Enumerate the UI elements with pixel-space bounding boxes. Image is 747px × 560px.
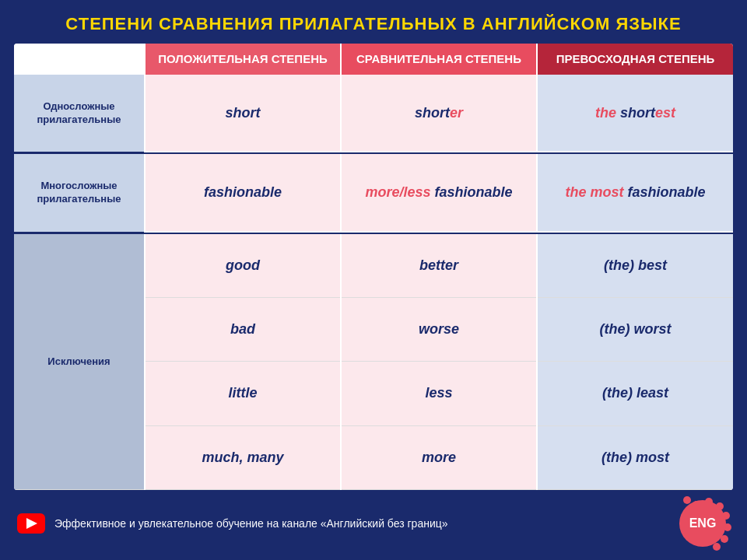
header-comparative: СРАВНИТЕЛЬНАЯ СТЕПЕНЬ — [341, 44, 537, 75]
exc2-comparative: worse — [341, 297, 537, 361]
header-superlative: ПРЕВОСХОДНАЯ СТЕПЕНЬ — [537, 44, 733, 75]
footer-text: Эффективное и увлекательное обучение на … — [54, 517, 448, 530]
exc2-positive: bad — [145, 297, 341, 361]
dot6 — [713, 543, 721, 551]
main-container: СТЕПЕНИ СРАВНЕНИЯ ПРИЛАГАТЕЛЬНЫХ В АНГЛИ… — [0, 0, 747, 560]
exception-row-1: Исключения good better (the) best — [14, 234, 733, 297]
footer: Эффективное и увлекательное обучение на … — [14, 490, 733, 554]
polysyllabic-comparative: more/less fashionable — [341, 154, 537, 231]
exc2-superlative: (the) worst — [537, 297, 733, 361]
monosyllabic-positive: short — [145, 75, 341, 152]
table-wrapper: ПОЛОЖИТЕЛЬНАЯ СТЕПЕНЬ СРАВНИТЕЛЬНАЯ СТЕП… — [14, 44, 733, 490]
monosyllabic-label: Односложныеприлагательные — [14, 75, 145, 152]
polysyllabic-positive: fashionable — [145, 154, 341, 231]
exc3-superlative: (the) least — [537, 362, 733, 425]
exc1-superlative: (the) best — [537, 234, 733, 297]
exc1-positive: good — [145, 234, 341, 297]
exc4-superlative: (the) most — [537, 425, 733, 490]
header-positive: ПОЛОЖИТЕЛЬНАЯ СТЕПЕНЬ — [145, 44, 341, 75]
exc3-positive: little — [145, 362, 341, 425]
exc4-positive: much, many — [145, 425, 341, 490]
eng-logo: ENG — [675, 496, 730, 551]
exc4-comparative: more — [341, 425, 537, 490]
header-label — [14, 44, 145, 75]
comparison-table: ПОЛОЖИТЕЛЬНАЯ СТЕПЕНЬ СРАВНИТЕЛЬНАЯ СТЕП… — [14, 44, 733, 490]
monosyllabic-row: Односложныеприлагательные short shorter … — [14, 75, 733, 152]
monosyllabic-superlative: the shortest — [537, 75, 733, 152]
polysyllabic-label: Многосложныеприлагательные — [14, 154, 145, 231]
exceptions-label: Исключения — [14, 234, 145, 490]
page-title: СТЕПЕНИ СРАВНЕНИЯ ПРИЛАГАТЕЛЬНЫХ В АНГЛИ… — [14, 8, 733, 44]
eng-logo-text: ENG — [679, 500, 726, 547]
monosyllabic-comparative: shorter — [341, 75, 537, 152]
polysyllabic-row: Многосложныеприлагательные fashionable m… — [14, 154, 733, 231]
exc1-comparative: better — [341, 234, 537, 297]
play-triangle — [26, 518, 37, 529]
youtube-icon[interactable] — [17, 513, 45, 534]
exc3-comparative: less — [341, 362, 537, 425]
polysyllabic-superlative: the most fashionable — [537, 154, 733, 231]
